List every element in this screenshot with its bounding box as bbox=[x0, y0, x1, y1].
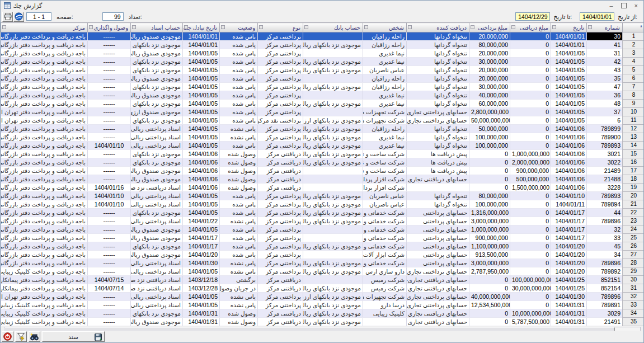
cell-bank_account[interactable]: موجودی نزد بانکهای ریالی bbox=[303, 66, 363, 74]
cell-date[interactable]: 1404/01/05 bbox=[551, 74, 587, 83]
cell-bank_account[interactable]: موجودی نزد بانکهای ریالی bbox=[303, 58, 363, 66]
cell-person[interactable]: درسا دارو bbox=[363, 301, 407, 309]
print-button[interactable] bbox=[2, 12, 13, 22]
cell-number[interactable]: 21488 bbox=[587, 175, 623, 184]
column-filter-box[interactable] bbox=[511, 25, 515, 29]
cell-number[interactable]: 45 bbox=[587, 242, 623, 251]
cell-paid[interactable]: 0 bbox=[469, 158, 510, 167]
row-marker[interactable]: 1 bbox=[623, 32, 644, 41]
cell-assignment[interactable]: ------ bbox=[88, 309, 131, 318]
cell-assignment[interactable]: ------ bbox=[88, 301, 131, 309]
col-header-received[interactable]: مبلغ دریافتی bbox=[510, 23, 551, 32]
cell-person[interactable]: شرکت خدماتی و تجاری د bbox=[363, 225, 407, 234]
cell-center[interactable]: باجه دریافت و پرداخت کلینیک زیبایی آبی bbox=[1, 318, 88, 326]
cell-receiver[interactable]: حسابهای پرداختنی تجاری bbox=[407, 116, 469, 125]
cell-person[interactable]: راحله رزاقیان bbox=[363, 41, 407, 49]
cell-bank_account[interactable]: موجودی نزد بانکهای ریالی bbox=[303, 158, 363, 167]
cell-assignment[interactable]: ------ bbox=[88, 259, 131, 267]
cell-status[interactable]: پاس شده bbox=[220, 100, 258, 108]
cell-type[interactable]: پرداختنی مرکز bbox=[258, 217, 303, 225]
cell-status[interactable]: پاس شده bbox=[220, 91, 258, 100]
cell-type[interactable]: پرداختنی مرکز bbox=[258, 83, 303, 91]
cell-number[interactable]: 789892 bbox=[587, 267, 623, 276]
find-button[interactable] bbox=[29, 331, 40, 342]
cell-center[interactable]: باجه دریافت و پرداخت کلینیک زیبایی آبی bbox=[1, 301, 88, 309]
cell-status[interactable]: وصول شده bbox=[220, 150, 258, 158]
cell-received[interactable]: 0 bbox=[510, 267, 551, 276]
cell-assignment[interactable]: ------ bbox=[88, 58, 131, 66]
cell-person[interactable]: دارو سازی ارس bbox=[363, 267, 407, 276]
cell-receiver[interactable]: حسابهای پرداختنی تجاری bbox=[407, 108, 469, 116]
cell-center[interactable]: باجه دریافت و پرداخت دفتر تهران ارزی bbox=[1, 108, 88, 116]
cell-person[interactable]: عباس ناصریان bbox=[363, 66, 407, 74]
cell-received[interactable]: 0 bbox=[510, 200, 551, 209]
cell-center[interactable]: باجه دریافت و پرداخت دفتر بازرگانی آبی bbox=[1, 74, 88, 83]
cell-center[interactable]: باجه دریافت و پرداخت دفتر بازرگانی آبی bbox=[1, 217, 88, 225]
cell-type[interactable]: دریافتنی مرکز bbox=[258, 158, 303, 167]
cell-receiver[interactable]: حسابهای پرداختنی bbox=[407, 234, 469, 242]
cell-number[interactable]: 44 bbox=[587, 209, 623, 217]
cell-status[interactable]: پاس شده bbox=[220, 116, 258, 125]
cell-paid[interactable]: 0 bbox=[469, 184, 510, 192]
cell-receiver[interactable]: حسابهای دریافتنی تجاری- ف bbox=[407, 284, 469, 293]
cell-paid[interactable]: 0 bbox=[469, 150, 510, 158]
cell-center[interactable]: باجه دریافت و پرداخت دفتر بازرگانی آبی bbox=[1, 41, 88, 49]
cell-received[interactable]: 0 bbox=[510, 301, 551, 309]
cell-receiver[interactable]: حسابهای دریافتنی تجاری bbox=[407, 175, 469, 184]
cell-type[interactable]: پرداختنی مرکز bbox=[258, 267, 303, 276]
cell-person[interactable]: شرکت افزار پرداز bbox=[363, 184, 407, 192]
row-marker[interactable]: 32 bbox=[623, 293, 644, 301]
cell-received[interactable]: 500,000,000 bbox=[510, 175, 551, 184]
cell-doc_account[interactable]: اسناد پرداختنی ریالی bbox=[131, 133, 183, 142]
cell-person[interactable]: شرکت خدماتی و تجاری د bbox=[363, 209, 407, 217]
cell-exchange_date[interactable]: 1404/01/17 bbox=[183, 234, 220, 242]
cell-received[interactable]: 0 bbox=[510, 83, 551, 91]
cell-received[interactable]: 0 bbox=[510, 293, 551, 301]
cell-exchange_date[interactable]: 1404/01/05 bbox=[183, 301, 220, 309]
cell-center[interactable]: باجه دریافت و پرداخت دفتر بازرگانی آبی bbox=[1, 32, 88, 41]
cell-number[interactable]: 34 bbox=[587, 251, 623, 259]
cell-person[interactable]: راحله رزاقیان bbox=[363, 83, 407, 91]
cell-paid[interactable]: 20,000,000 bbox=[469, 32, 510, 41]
cell-type[interactable]: دریافتنی مرکز bbox=[258, 318, 303, 326]
cell-bank_account[interactable] bbox=[303, 184, 363, 192]
cell-received[interactable]: 0 bbox=[510, 217, 551, 225]
cell-assignment[interactable]: ------ bbox=[88, 234, 131, 242]
cell-doc_account[interactable]: موجودی صندوق ریالی bbox=[131, 234, 183, 242]
cell-paid[interactable]: 900,000,000 bbox=[469, 234, 510, 242]
cell-received[interactable]: 0 bbox=[510, 259, 551, 267]
col-header-paid[interactable]: مبلغ پرداختی bbox=[469, 23, 510, 32]
cell-bank_account[interactable] bbox=[303, 251, 363, 259]
cell-center[interactable]: باجه دریافت و پرداخت دفتر بازرگانی آبی bbox=[1, 133, 88, 142]
cell-doc_account[interactable]: اسناد دریافتنی نزد صندوق bbox=[131, 184, 183, 192]
cell-bank_account[interactable]: موجودی نزد بانکهای ریالی bbox=[303, 309, 363, 318]
cell-paid[interactable]: 20,000,000 bbox=[469, 66, 510, 74]
cell-paid[interactable]: 20,000,000 bbox=[469, 74, 510, 83]
col-header-center[interactable]: مركز bbox=[1, 23, 88, 32]
cell-person[interactable]: شرکت ساخت و توسعه bbox=[363, 167, 407, 175]
cell-receiver[interactable]: حسابهای پرداختنی تجاری bbox=[407, 267, 469, 276]
cell-person[interactable]: نیما غدیری bbox=[363, 91, 407, 100]
cell-doc_account[interactable]: موجودی نزد بانکهای ریالی bbox=[131, 242, 183, 251]
cell-bank_account[interactable] bbox=[303, 234, 363, 242]
cell-receiver[interactable]: حسابهای پرداختنی bbox=[407, 259, 469, 267]
col-header-receiver[interactable]: دریافت کننده bbox=[407, 23, 469, 32]
cell-assignment[interactable]: ------ bbox=[88, 242, 131, 251]
cell-center[interactable]: باجه دریافت و پرداخت دفتر بازرگانی آبی bbox=[1, 209, 88, 217]
cell-center[interactable]: باجه دریافت و پرداخت دفتر بازرگانی آبی bbox=[1, 225, 88, 234]
cell-receiver[interactable]: تنخواه گردانها bbox=[407, 49, 469, 58]
cell-exchange_date[interactable]: 1404/01/05 bbox=[183, 49, 220, 58]
cell-received[interactable]: 900,000,000 bbox=[510, 167, 551, 175]
cell-doc_account[interactable]: موجودی صندوق ریالی bbox=[131, 318, 183, 326]
cell-doc_account[interactable]: موجودی صندوق ریالی bbox=[131, 225, 183, 234]
cell-bank_account[interactable]: موجودی نزد بانکهای ریالی bbox=[303, 83, 363, 91]
cell-status[interactable]: در جریان وصول bbox=[220, 284, 258, 293]
cell-type[interactable]: پرداختنی مرکز bbox=[258, 142, 303, 150]
cell-exchange_date[interactable]: 1403/12/18 bbox=[183, 276, 220, 284]
cell-number[interactable]: 36 bbox=[587, 91, 623, 100]
cell-center[interactable]: باجه دریافت و پرداخت دفتر بازرگانی آبی bbox=[1, 184, 88, 192]
cell-exchange_date[interactable]: 1404/01/05 bbox=[183, 293, 220, 301]
count-field[interactable]: 99 bbox=[102, 12, 124, 21]
cell-bank_account[interactable]: موجودی نزد بانکهای ریالی bbox=[303, 41, 363, 49]
cell-assignment[interactable]: ------ bbox=[88, 318, 131, 326]
